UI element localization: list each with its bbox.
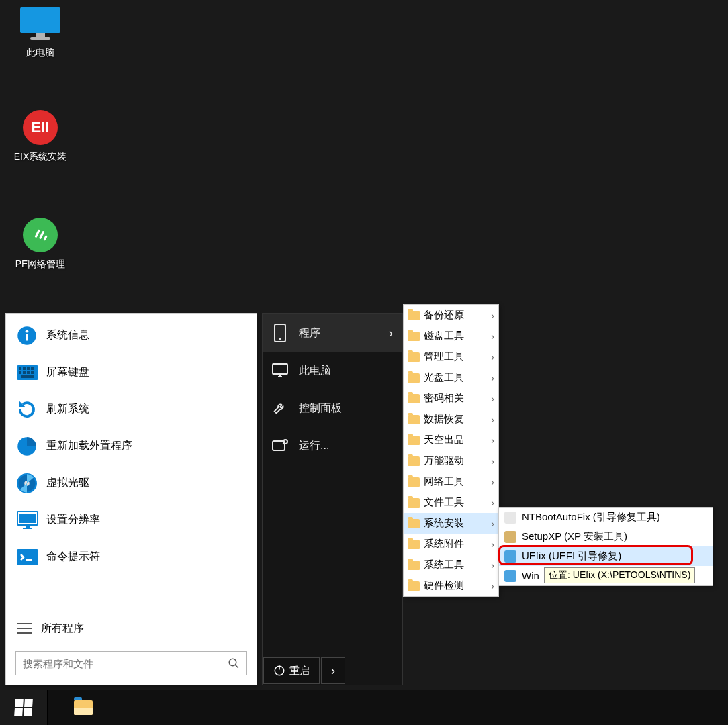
svg-rect-7 xyxy=(31,367,34,370)
submenu-label: 光盘工具 xyxy=(424,371,464,384)
desktop-icon-pe-network[interactable]: PE网络管理 xyxy=(7,218,74,271)
folder-icon xyxy=(408,311,420,320)
taskbar-file-explorer[interactable] xyxy=(64,690,102,725)
svg-rect-21 xyxy=(17,549,38,565)
folder-icon xyxy=(408,581,420,591)
flyout-label: NTBootAutoFix (引导修复工具) xyxy=(522,511,660,524)
windows-logo-icon xyxy=(14,699,33,716)
submenu-item[interactable]: 磁盘工具› xyxy=(404,326,498,346)
chevron-right-icon: › xyxy=(491,435,494,446)
disc-icon xyxy=(17,473,46,493)
start-item-on-screen-keyboard[interactable]: 屏幕键盘 xyxy=(6,354,257,391)
app-icon xyxy=(504,512,516,524)
submenu-item[interactable]: 系统附件› xyxy=(404,534,498,554)
submenu-item[interactable]: 文件工具› xyxy=(404,492,498,513)
desktop-icon-label: 此电脑 xyxy=(7,47,74,59)
start-item-reload-external[interactable]: 重新加载外置程序 xyxy=(6,428,257,465)
folder-icon xyxy=(408,456,420,466)
search-row xyxy=(6,644,257,685)
svg-rect-12 xyxy=(21,375,34,378)
taskbar xyxy=(0,690,728,725)
monitor-icon xyxy=(20,7,60,40)
submenu-item[interactable]: 万能驱动› xyxy=(404,450,498,471)
start-item-label: 重新加载外置程序 xyxy=(46,439,132,453)
chevron-right-icon: › xyxy=(491,456,494,467)
svg-point-22 xyxy=(229,659,236,666)
start-item-label: 屏幕键盘 xyxy=(46,365,89,379)
submenu-label: 备份还原 xyxy=(424,309,464,322)
chevron-right-icon: › xyxy=(491,373,494,383)
flyout-label: SetupXP (XP 安装工具) xyxy=(522,530,627,543)
chevron-right-icon: › xyxy=(491,393,494,404)
chevron-right-icon: › xyxy=(389,326,393,340)
chevron-right-icon: › xyxy=(491,414,494,425)
start-item-refresh[interactable]: 刷新系统 xyxy=(6,391,257,428)
start-item-label: 命令提示符 xyxy=(46,550,100,564)
chevron-right-icon: › xyxy=(491,477,494,487)
submenu-item[interactable]: 管理工具› xyxy=(404,346,498,367)
svg-rect-6 xyxy=(27,367,30,370)
places-label: 控制面板 xyxy=(299,401,342,416)
submenu-item[interactable]: 密码相关› xyxy=(404,388,498,409)
svg-rect-20 xyxy=(23,528,32,529)
start-item-label: 设置分辨率 xyxy=(46,513,100,527)
search-box[interactable] xyxy=(15,651,247,675)
folder-icon xyxy=(408,373,420,383)
places-this-pc[interactable]: 此电脑 xyxy=(263,352,402,389)
run-icon xyxy=(272,439,288,452)
submenu-item[interactable]: 备份还原› xyxy=(404,305,498,326)
places-run[interactable]: 运行... xyxy=(263,427,402,465)
start-item-cmd[interactable]: 命令提示符 xyxy=(6,538,257,575)
chevron-right-icon: › xyxy=(331,664,335,678)
desktop-icon-this-pc[interactable]: 此电脑 xyxy=(7,7,74,59)
flyout-item[interactable]: SetupXP (XP 安装工具) xyxy=(499,527,713,546)
svg-line-23 xyxy=(235,665,238,668)
submenu-label: 系统附件 xyxy=(424,538,464,550)
flyout-item[interactable]: NTBootAutoFix (引导修复工具) xyxy=(499,508,713,527)
svg-rect-8 xyxy=(19,371,21,374)
flyout-item[interactable]: UEfix (UEFI 引导修复) xyxy=(499,546,713,566)
start-item-system-info[interactable]: 系统信息 xyxy=(6,317,257,354)
chevron-right-icon: › xyxy=(491,560,494,571)
start-item-resolution[interactable]: 设置分辨率 xyxy=(6,501,257,538)
svg-rect-5 xyxy=(23,367,26,370)
submenu-item[interactable]: 光盘工具› xyxy=(404,367,498,388)
app-icon xyxy=(504,570,516,582)
restart-button[interactable]: 重启 xyxy=(263,657,320,684)
folder-icon xyxy=(408,436,420,445)
device-icon xyxy=(272,324,288,342)
svg-rect-1 xyxy=(26,334,28,340)
submenu-item[interactable]: 系统工具› xyxy=(404,554,498,575)
search-icon[interactable] xyxy=(221,657,246,669)
all-programs-label: 所有程序 xyxy=(41,622,84,636)
refresh-icon xyxy=(17,399,46,420)
restart-label: 重启 xyxy=(289,665,310,677)
restart-options-button[interactable]: › xyxy=(321,657,345,684)
submenu-label: 网络工具 xyxy=(424,475,464,488)
start-menu-places-panel: 程序 › 此电脑 控制面板 运行... xyxy=(262,313,403,685)
places-label: 此电脑 xyxy=(299,364,331,378)
start-button[interactable] xyxy=(0,690,47,725)
submenu-label: 磁盘工具 xyxy=(424,330,464,342)
submenu-label: 硬件检测 xyxy=(424,579,464,592)
chart-icon xyxy=(17,436,46,456)
start-item-virtual-cd[interactable]: 虚拟光驱 xyxy=(6,465,257,501)
search-input[interactable] xyxy=(16,658,221,669)
all-programs-button[interactable]: 所有程序 xyxy=(6,612,257,644)
submenu-item[interactable]: 网络工具› xyxy=(404,471,498,492)
desktop-icon-eix-installer[interactable]: EII EIX系统安装 xyxy=(7,111,74,163)
submenu-label: 密码相关 xyxy=(424,392,464,405)
submenu-item[interactable]: 数据恢复› xyxy=(404,409,498,430)
places-control-panel[interactable]: 控制面板 xyxy=(263,389,402,427)
submenu-item[interactable]: 系统安装› xyxy=(404,513,498,534)
submenu-item[interactable]: 硬件检测› xyxy=(404,575,498,596)
folder-icon xyxy=(408,498,420,508)
folder-icon xyxy=(408,394,420,403)
chevron-right-icon: › xyxy=(491,497,494,508)
terminal-icon xyxy=(17,549,46,565)
submenu-label: 天空出品 xyxy=(424,434,464,446)
folder-icon xyxy=(408,561,420,570)
submenu-item[interactable]: 天空出品› xyxy=(404,430,498,450)
places-programs[interactable]: 程序 › xyxy=(263,314,402,352)
svg-point-2 xyxy=(26,329,29,332)
